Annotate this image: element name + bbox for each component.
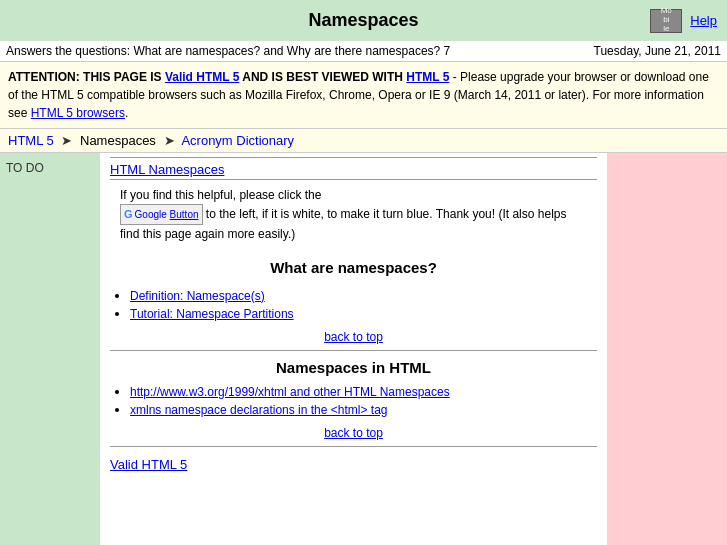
xmlns-link[interactable]: xmlns namespace declarations in the <htm… [130, 403, 387, 417]
valid-html5-footer-link[interactable]: Valid HTML 5 [110, 457, 187, 472]
main-content: HTML Namespaces If you find this helpful… [100, 153, 607, 545]
breadcrumb-sep1: ➤ [61, 133, 72, 148]
google-btn-area: If you find this helpful, please click t… [110, 186, 597, 243]
w3org-link[interactable]: http://www.w3.org/1999/xhtml and other H… [130, 385, 450, 399]
subtitle-text: Answers the questions: What are namespac… [6, 44, 450, 58]
button-label[interactable]: Button [170, 207, 199, 222]
footer-links: Valid HTML 5 [110, 453, 597, 476]
content-inner: HTML Namespaces If you find this helpful… [110, 157, 597, 476]
section2-list: http://www.w3.org/1999/xhtml and other H… [130, 384, 597, 417]
attention-prefix: ATTENTION: THIS PAGE IS Valid HTML 5 AND… [8, 70, 449, 84]
list-item: http://www.w3.org/1999/xhtml and other H… [130, 384, 597, 399]
divider-top [110, 179, 597, 180]
header-right: Mobile Help [650, 9, 717, 33]
valid-html5-link-attention[interactable]: Valid HTML 5 [165, 70, 239, 84]
subtitle-bar: Answers the questions: What are namespac… [0, 41, 727, 61]
definition-namespace-link[interactable]: Definition: Namespace(s) [130, 289, 265, 303]
list-item: Definition: Namespace(s) [130, 288, 597, 303]
html-namespaces-link[interactable]: HTML Namespaces [110, 162, 224, 177]
page-header: Namespaces Mobile Help [0, 0, 727, 41]
list-item: xmlns namespace declarations in the <htm… [130, 402, 597, 417]
breadcrumb-acronym-dict[interactable]: Acronym Dictionary [181, 133, 294, 148]
sidebar-left: TO DO [0, 153, 100, 545]
back-to-top-2: back to top [110, 425, 597, 440]
google-button[interactable]: G Google Button [120, 204, 203, 225]
html5-link-attention[interactable]: HTML 5 [406, 70, 449, 84]
list-item: Tutorial: Namespace Partitions [130, 306, 597, 321]
back-to-top-link-1[interactable]: back to top [324, 330, 383, 344]
breadcrumb-sep2: ➤ [164, 133, 175, 148]
html5-browsers-link[interactable]: HTML 5 browsers [31, 106, 125, 120]
breadcrumb: HTML 5 ➤ Namespaces ➤ Acronym Dictionary [0, 129, 727, 153]
section1-heading: What are namespaces? [110, 259, 597, 276]
help-link[interactable]: Help [690, 13, 717, 28]
google-g-icon: G [124, 206, 133, 223]
section2-heading: Namespaces in HTML [110, 359, 597, 376]
section1-list: Definition: Namespace(s) Tutorial: Names… [130, 288, 597, 321]
main-layout: TO DO HTML Namespaces If you find this h… [0, 153, 727, 545]
back-to-top-1: back to top [110, 329, 597, 344]
breadcrumb-namespaces: Namespaces [80, 133, 156, 148]
section-divider-2 [110, 446, 597, 447]
section1-wrapper: PDF Mobile What are namespaces? [110, 249, 597, 284]
breadcrumb-html5[interactable]: HTML 5 [8, 133, 54, 148]
tutorial-namespace-link[interactable]: Tutorial: Namespace Partitions [130, 307, 294, 321]
sidebar-right [607, 153, 727, 545]
google-msg: If you find this helpful, please click t… [120, 188, 321, 202]
section-divider-1 [110, 350, 597, 351]
mobile-icon[interactable]: Mobile [650, 9, 682, 33]
subtitle-date: Tuesday, June 21, 2011 [594, 44, 721, 58]
attention-bar: ATTENTION: THIS PAGE IS Valid HTML 5 AND… [0, 61, 727, 129]
google-text: Google [135, 207, 167, 222]
page-title: Namespaces [10, 10, 717, 31]
back-to-top-link-2[interactable]: back to top [324, 426, 383, 440]
sidebar-left-label: TO DO [6, 161, 44, 175]
